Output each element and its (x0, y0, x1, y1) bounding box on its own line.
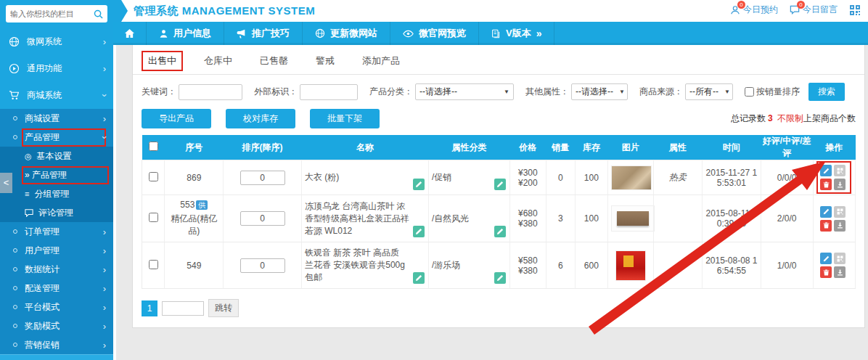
keyword-input[interactable] (179, 84, 242, 100)
qr-code-icon[interactable] (834, 165, 846, 176)
sidebar-submenu: 商城设置 › 产品管理 › ◎ 基本设置 » 产品管理 ≡ 分组管理 评论管理 (0, 109, 113, 354)
search-button[interactable]: 搜索 (808, 83, 845, 101)
edit-icon[interactable] (820, 253, 832, 264)
page-number-button[interactable]: 1 (142, 300, 157, 316)
delete-icon[interactable] (820, 266, 832, 278)
nav-site-preview[interactable]: 微官网预览 (390, 22, 479, 45)
sidebar-item-product-management-sub[interactable]: » 产品管理 (0, 165, 113, 184)
home-button[interactable] (113, 22, 147, 45)
edit-name-icon[interactable] (413, 179, 425, 190)
attribute-select[interactable]: --请选择--▼ (571, 83, 628, 100)
delete-icon[interactable] (820, 220, 832, 232)
delete-icon[interactable] (820, 179, 832, 190)
product-category-cell: /自然风光 (428, 195, 509, 242)
download-icon[interactable] (834, 220, 846, 232)
row-checkbox[interactable] (149, 260, 158, 269)
stock-cell: 100 (575, 160, 607, 195)
reviews-cell[interactable]: 1/0/0 (761, 242, 813, 289)
edit-category-icon[interactable] (494, 226, 506, 237)
batch-offshelf-button[interactable]: 批量下架 (310, 109, 380, 128)
product-image[interactable] (611, 205, 655, 232)
messages-badge: 0 (797, 1, 805, 9)
sidebar-item-general[interactable]: 通用功能 › (0, 55, 113, 82)
export-products-button[interactable]: 导出产品 (142, 109, 211, 128)
sidebar-item-micro-site[interactable]: 微网系统 › (0, 28, 113, 55)
check-stock-button[interactable]: 校对库存 (226, 109, 295, 128)
list-icon: ≡ (25, 189, 29, 198)
sidebar-item-data-statistics[interactable]: 数据统计› (0, 260, 113, 279)
chevron-right-icon: › (103, 36, 106, 47)
chevron-right-icon: › (103, 283, 106, 294)
sidebar-item-basic-settings[interactable]: ◎ 基本设置 (0, 147, 113, 165)
sidebar-item-order-management[interactable]: 订单管理› (0, 222, 113, 241)
qr-code-icon[interactable] (849, 4, 861, 16)
row-checkbox[interactable] (149, 213, 158, 222)
tab-add-product[interactable]: 添加产品 (357, 52, 405, 70)
sort-order-input[interactable] (240, 171, 285, 185)
record-count: 3 (766, 113, 775, 123)
sidebar-item-label: 微网系统 (27, 36, 103, 48)
qr-code-icon[interactable] (834, 206, 846, 218)
product-name-cell: 大衣 (粉) (301, 160, 428, 195)
product-image[interactable] (615, 250, 646, 281)
nav-user-info[interactable]: 用户信息 (147, 22, 224, 45)
sidebar-item-marketing-promotion[interactable]: 营销促销› (0, 335, 113, 354)
sidebar-item-city-business[interactable]: 城市商圈 › (0, 354, 113, 360)
sidebar-item-delivery-management[interactable]: 配送管理› (0, 279, 113, 298)
source-select[interactable]: --所有--▼ (685, 83, 733, 100)
sort-by-sales-checkbox[interactable] (745, 87, 754, 97)
tab-alert[interactable]: 警戒 (311, 52, 340, 70)
download-icon[interactable] (834, 179, 846, 190)
filter-bar: 关键词： 外部标识： 产品分类： --请选择--▼ 其他属性： --请选择--▼… (133, 75, 864, 107)
sort-order-input[interactable] (240, 211, 285, 226)
tab-sold-out[interactable]: 已售罄 (255, 52, 293, 70)
row-checkbox[interactable] (149, 172, 158, 181)
edit-category-icon[interactable] (494, 179, 506, 190)
sidebar-item-reward-mode[interactable]: 奖励模式› (0, 316, 113, 335)
tab-on-sale[interactable]: 出售中 (143, 52, 181, 70)
sidebar-item-label: 产品管理 (25, 131, 103, 144)
nav-update-microsite[interactable]: 更新微网站 (303, 22, 390, 45)
table-header-row: 序号 排序(降序) 名称 属性分类 价格 销量 库存 图片 属性 时间 好评/中… (142, 135, 856, 160)
sidebar-search-input[interactable] (10, 9, 94, 18)
sidebar-item-mall[interactable]: 商城系统 › (0, 82, 113, 109)
sidebar-item-group-management[interactable]: ≡ 分组管理 (0, 184, 113, 203)
sidebar-item-comment-management[interactable]: 评论管理 (0, 203, 113, 222)
edit-icon[interactable] (820, 206, 832, 218)
chevron-right-icon: › (103, 321, 106, 332)
reviews-cell[interactable]: 2/0/0 (761, 195, 813, 242)
edit-name-icon[interactable] (413, 226, 425, 237)
sidebar-item-user-management[interactable]: 用户管理› (0, 241, 113, 260)
sidebar-search[interactable] (6, 5, 107, 22)
qr-code-icon[interactable] (834, 253, 846, 264)
external-id-input[interactable] (300, 84, 358, 100)
sidebar-item-product-management[interactable]: 产品管理 › (0, 128, 113, 147)
sidebar-collapse-handle[interactable]: < (0, 173, 12, 193)
attribute-cell (653, 242, 702, 289)
today-messages-link[interactable]: 0 今日留言 (790, 4, 838, 16)
product-image[interactable] (611, 165, 652, 190)
category-select[interactable]: --请选择--▼ (415, 83, 514, 100)
edit-name-icon[interactable] (413, 272, 425, 284)
nav-v-version[interactable]: V版本» (479, 22, 554, 45)
col-header-reviews: 好评/中评/差评 (761, 135, 813, 160)
sidebar-item-platform-mode[interactable]: 平台模式› (0, 298, 113, 316)
reviews-cell[interactable]: 0/0/0 (761, 160, 813, 195)
edit-icon[interactable] (820, 165, 832, 176)
page-jump-input[interactable] (162, 301, 204, 316)
edit-category-icon[interactable] (494, 272, 506, 284)
attribute-select-value: --请选择-- (576, 86, 613, 98)
product-id-cell: 553供精亿品(精亿品) (165, 195, 224, 242)
sidebar-item-label: 订单管理 (25, 226, 103, 238)
sidebar-item-mall-settings[interactable]: 商城设置 › (0, 109, 113, 128)
select-all-checkbox[interactable] (149, 142, 158, 151)
pagination: 1 跳转 (142, 299, 856, 317)
nav-promotion-tips[interactable]: 推广技巧 (224, 22, 303, 45)
sort-order-input[interactable] (240, 258, 285, 273)
download-icon[interactable] (834, 266, 846, 278)
page-jump-button[interactable]: 跳转 (208, 299, 239, 317)
tab-in-warehouse[interactable]: 仓库中 (199, 52, 237, 70)
product-id-cell: 869 (165, 160, 224, 195)
today-appointments-link[interactable]: 0 今日预约 (730, 4, 778, 16)
sales-cell: 3 (546, 195, 575, 242)
